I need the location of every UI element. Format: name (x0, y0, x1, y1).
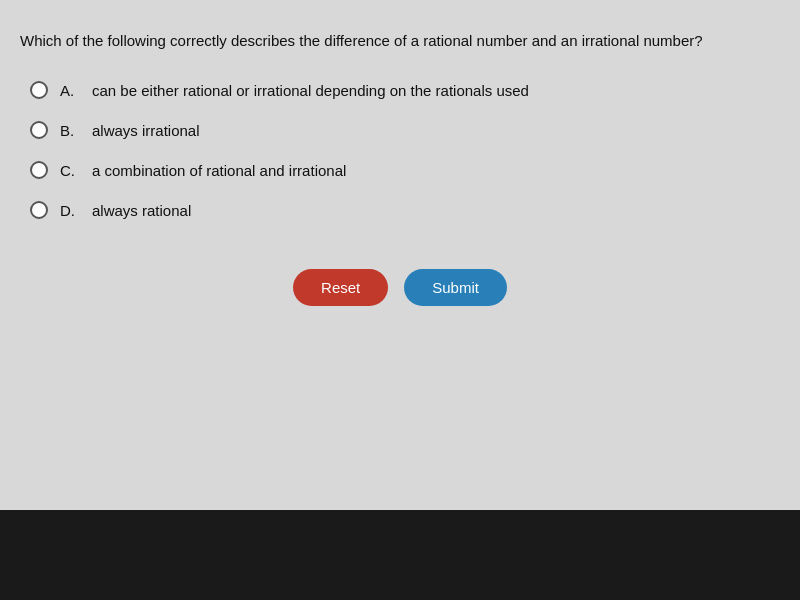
black-bar (0, 510, 800, 600)
option-d-text: always rational (92, 202, 191, 219)
radio-d[interactable] (30, 201, 48, 219)
option-d-label: D. (60, 202, 80, 219)
option-c-label: C. (60, 162, 80, 179)
option-b-text: always irrational (92, 122, 200, 139)
option-b-label: B. (60, 122, 80, 139)
question-text: Which of the following correctly describ… (20, 30, 780, 51)
option-c-row[interactable]: C. a combination of rational and irratio… (30, 161, 780, 179)
options-container: A. can be either rational or irrational … (30, 81, 780, 219)
reset-button[interactable]: Reset (293, 269, 388, 306)
option-c-text: a combination of rational and irrational (92, 162, 346, 179)
radio-b[interactable] (30, 121, 48, 139)
option-b-row[interactable]: B. always irrational (30, 121, 780, 139)
option-a-row[interactable]: A. can be either rational or irrational … (30, 81, 780, 99)
radio-a[interactable] (30, 81, 48, 99)
option-a-text: can be either rational or irrational dep… (92, 82, 529, 99)
option-d-row[interactable]: D. always rational (30, 201, 780, 219)
option-a-label: A. (60, 82, 80, 99)
radio-c[interactable] (30, 161, 48, 179)
submit-button[interactable]: Submit (404, 269, 507, 306)
buttons-row: Reset Submit (20, 269, 780, 306)
